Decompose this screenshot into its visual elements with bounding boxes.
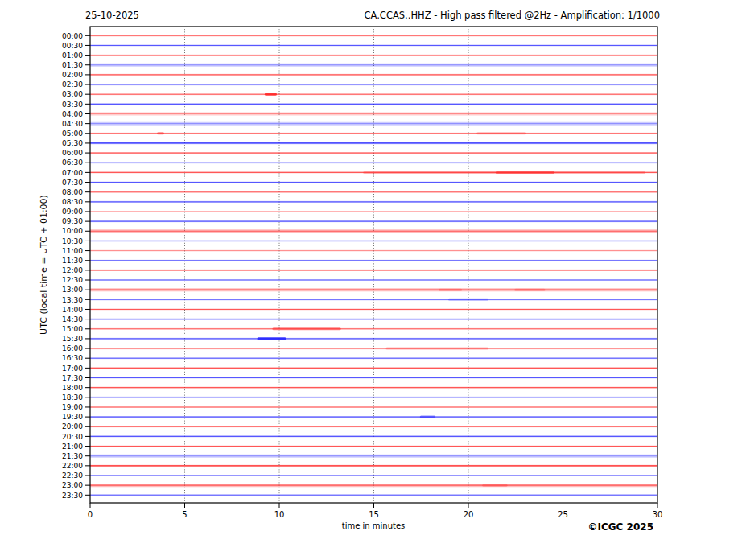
y-tick-label: 20:30 bbox=[62, 433, 83, 441]
y-tick-label: 05:00 bbox=[62, 130, 83, 138]
y-tick-label: 21:30 bbox=[62, 452, 83, 460]
y-tick-label: 06:00 bbox=[62, 149, 83, 157]
y-tick-label: 21:00 bbox=[62, 443, 83, 451]
y-tick-label: 22:30 bbox=[62, 471, 83, 480]
y-tick-label: 19:30 bbox=[62, 413, 83, 421]
helicorder-figure: 25-10-2025 CA.CCAS..HHZ - High pass filt… bbox=[0, 0, 746, 560]
y-tick-label: 03:30 bbox=[62, 101, 83, 109]
y-tick-label: 07:00 bbox=[62, 169, 83, 177]
y-tick-label: 08:30 bbox=[62, 198, 83, 206]
y-tick-label: 09:00 bbox=[62, 208, 83, 216]
y-tick-label: 12:30 bbox=[62, 276, 83, 284]
y-tick-label: 02:00 bbox=[62, 71, 83, 79]
y-tick-label: 00:30 bbox=[62, 42, 83, 50]
y-tick-label: 14:30 bbox=[62, 315, 83, 323]
y-tick-label: 01:30 bbox=[62, 61, 83, 69]
y-tick-label: 15:30 bbox=[62, 335, 83, 343]
y-tick-label: 11:00 bbox=[62, 247, 83, 255]
y-tick-label: 10:30 bbox=[62, 237, 83, 245]
y-tick-label: 06:30 bbox=[62, 159, 83, 167]
y-tick-label: 16:30 bbox=[62, 354, 83, 362]
y-tick-label: 14:00 bbox=[62, 306, 83, 314]
y-tick-label: 00:00 bbox=[62, 32, 83, 40]
y-tick-label: 08:00 bbox=[62, 188, 83, 196]
x-tick-label: 25 bbox=[558, 510, 568, 519]
y-tick-label: 02:30 bbox=[62, 80, 83, 89]
x-tick-label: 30 bbox=[653, 510, 663, 519]
y-tick-label: 17:00 bbox=[62, 364, 83, 373]
y-tick-label: 04:00 bbox=[62, 110, 83, 118]
copyright-label: ©ICGC 2025 bbox=[587, 521, 653, 533]
y-tick-label: 11:30 bbox=[62, 257, 83, 265]
y-tick-label: 17:30 bbox=[62, 374, 83, 382]
x-tick-label: 15 bbox=[369, 510, 379, 519]
y-tick-label: 04:30 bbox=[62, 120, 83, 128]
y-tick-label: 20:00 bbox=[62, 422, 83, 430]
y-tick-label: 03:00 bbox=[62, 90, 83, 98]
y-tick-label: 07:30 bbox=[62, 179, 83, 187]
helicorder-plot-area: 00:0000:3001:0001:3002:0002:3003:0003:30… bbox=[0, 0, 746, 560]
x-tick-label: 10 bbox=[274, 510, 285, 519]
y-tick-label: 22:00 bbox=[62, 462, 83, 470]
y-tick-label: 23:30 bbox=[62, 492, 83, 500]
y-tick-label: 18:30 bbox=[62, 393, 83, 401]
y-tick-label: 10:00 bbox=[62, 227, 83, 235]
y-tick-label: 09:30 bbox=[62, 217, 83, 225]
y-tick-label: 13:00 bbox=[62, 286, 83, 294]
y-tick-label: 12:00 bbox=[62, 266, 83, 274]
x-tick-label: 0 bbox=[88, 510, 93, 519]
x-tick-label: 5 bbox=[182, 510, 187, 519]
y-tick-label: 01:00 bbox=[62, 51, 83, 60]
y-tick-label: 16:00 bbox=[62, 344, 83, 352]
y-tick-label: 18:00 bbox=[62, 384, 83, 392]
y-tick-label: 13:30 bbox=[62, 296, 83, 304]
y-tick-label: 19:00 bbox=[62, 403, 83, 411]
x-axis-title: time in minutes bbox=[342, 521, 406, 530]
y-tick-label: 15:00 bbox=[62, 325, 83, 333]
y-tick-label: 05:30 bbox=[62, 139, 83, 147]
x-tick-label: 20 bbox=[464, 510, 474, 519]
y-tick-label: 23:00 bbox=[62, 481, 83, 489]
